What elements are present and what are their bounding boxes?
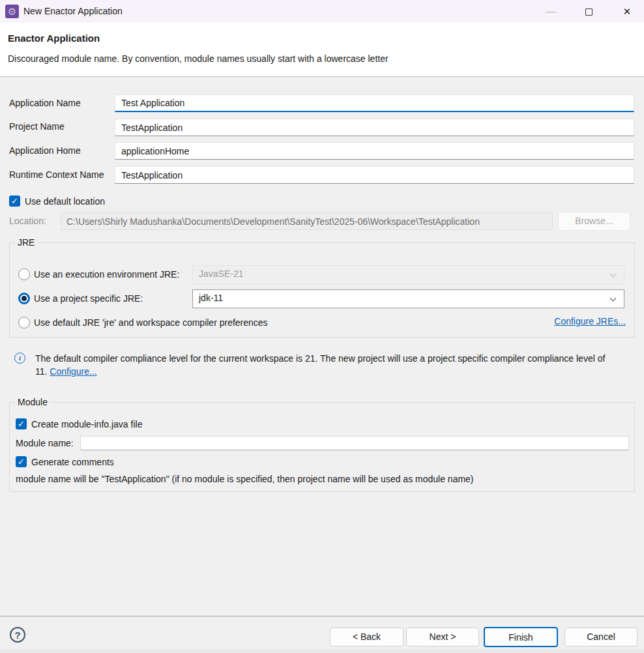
finish-button[interactable]: Finish (484, 627, 558, 647)
check-icon: ✓ (18, 457, 25, 467)
gear-app-icon: ⚙ (5, 5, 19, 18)
maximize-button[interactable] (574, 0, 604, 23)
wizard-header: Enactor Application Discouraged module n… (0, 23, 644, 77)
project-specific-jre-radio[interactable] (18, 293, 30, 304)
default-jre-radio[interactable] (18, 317, 30, 328)
application-home-label: Application Home (9, 145, 81, 156)
chevron-down-icon (610, 271, 617, 278)
compiler-compliance-text: The default compiler compliance level fo… (35, 353, 605, 377)
location-label: Location: (9, 216, 46, 226)
runtime-context-name-input[interactable] (115, 166, 634, 184)
title-bar: ⚙ New Enactor Application — ✕ (0, 0, 644, 23)
execution-environment-jre-dropdown: JavaSE-21 (192, 265, 624, 284)
create-module-info-checkbox[interactable]: ✓ (16, 418, 27, 429)
jre-group-legend: JRE (15, 237, 37, 248)
use-default-location-label: Use default location (25, 196, 105, 207)
project-specific-jre-value: jdk-11 (199, 293, 223, 303)
close-button[interactable]: ✕ (612, 0, 642, 23)
application-name-label: Application Name (9, 98, 81, 108)
execution-environment-jre-radio[interactable] (18, 268, 30, 280)
location-input (61, 212, 553, 230)
compiler-compliance-message: The default compiler compliance level fo… (35, 352, 617, 378)
project-specific-jre-dropdown[interactable]: jdk-11 (192, 289, 624, 308)
runtime-context-name-label: Runtime Context Name (9, 169, 104, 180)
new-enactor-application-dialog: ⚙ New Enactor Application — ✕ Enactor Ap… (0, 0, 644, 653)
module-name-input[interactable] (80, 436, 629, 450)
execution-environment-jre-value: JavaSE-21 (199, 268, 243, 279)
window-title: New Enactor Application (23, 6, 123, 16)
maximize-icon (585, 8, 593, 16)
module-group-legend: Module (15, 397, 50, 407)
generate-comments-label: Generate comments (31, 457, 114, 467)
execution-environment-jre-label: Use an execution environment JRE: (34, 269, 179, 280)
info-icon: i (14, 353, 25, 364)
module-name-label: Module name: (16, 438, 74, 448)
project-name-label: Project Name (9, 121, 65, 132)
browse-button: Browse... (558, 212, 630, 231)
project-name-input[interactable] (115, 119, 634, 136)
help-icon[interactable]: ? (10, 627, 25, 643)
configure-link[interactable]: Configure... (50, 366, 96, 377)
footer-separator (0, 616, 644, 617)
use-default-location-checkbox[interactable]: ✓ (9, 196, 20, 207)
default-jre-label: Use default JRE 'jre' and workspace comp… (34, 317, 268, 328)
create-module-info-label: Create module-info.java file (31, 419, 142, 429)
application-name-input[interactable] (115, 94, 634, 112)
back-button[interactable]: < Back (330, 628, 403, 646)
check-icon: ✓ (11, 196, 18, 206)
application-home-input[interactable] (115, 142, 634, 160)
module-name-note: module name will be "TestApplication" (i… (16, 474, 628, 484)
cancel-button[interactable]: Cancel (564, 628, 637, 646)
project-specific-jre-label: Use a project specific JRE: (34, 293, 143, 304)
check-icon: ✓ (18, 419, 25, 429)
configure-jres-link[interactable]: Configure JREs... (554, 316, 626, 326)
validation-message: Discouraged module name. By convention, … (8, 53, 388, 64)
next-button[interactable]: Next > (406, 628, 479, 646)
page-title: Enactor Application (8, 33, 100, 44)
window-bottom-edge (0, 649, 644, 653)
minimize-button[interactable]: — (536, 0, 566, 23)
chevron-down-icon (610, 295, 617, 302)
generate-comments-checkbox[interactable]: ✓ (16, 456, 27, 467)
